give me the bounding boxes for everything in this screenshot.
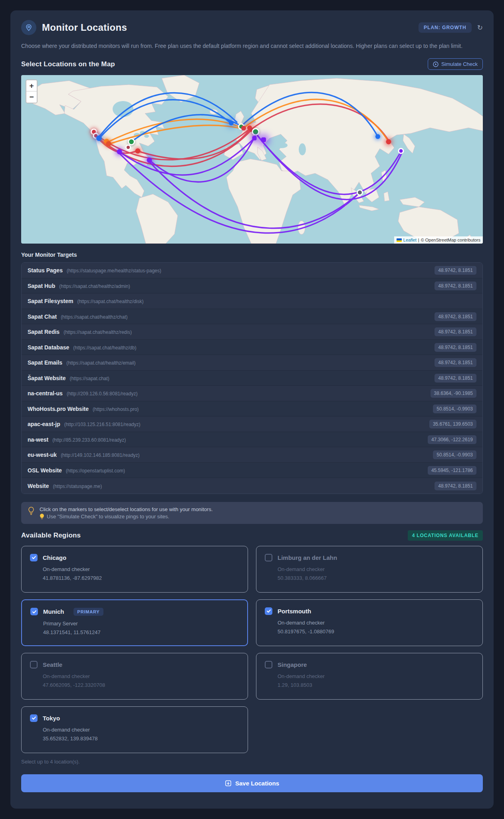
region-coords: 50.8197675, -1.0880769 bbox=[278, 629, 474, 635]
target-name: Website bbox=[28, 483, 49, 489]
target-url: (https://statuspage.me/healthz/status-pa… bbox=[67, 268, 161, 274]
world-map[interactable]: + − Leaflet | © OpenStreetMap contributo… bbox=[21, 75, 483, 244]
map-ping-arcs-layer bbox=[21, 75, 483, 244]
target-url: (https://sapat.chat/healthz/redis) bbox=[63, 329, 132, 335]
map-marker-china-blue[interactable] bbox=[375, 134, 380, 139]
region-card-tokyo[interactable]: Tokyo On-demand checker 35.652832, 139.8… bbox=[21, 706, 248, 753]
region-card-seattle[interactable]: Seattle On-demand checker 47.6062095, -1… bbox=[21, 653, 248, 700]
simulate-check-button[interactable]: Simulate Check bbox=[428, 58, 483, 70]
region-name: Portsmouth bbox=[278, 608, 311, 615]
target-name: eu-west-uk bbox=[28, 452, 57, 458]
checkbox-unchecked[interactable] bbox=[265, 554, 272, 561]
region-type: Primary Server bbox=[43, 621, 239, 627]
target-url: (https://sapat.chat/healthz/admin) bbox=[59, 284, 130, 289]
target-coords-badge: 48.9742, 8.1851 bbox=[435, 327, 476, 336]
region-type: On-demand checker bbox=[43, 673, 239, 679]
map-marker-tokyo-purple[interactable] bbox=[398, 148, 404, 154]
save-icon bbox=[225, 780, 232, 787]
region-card-chicago[interactable]: Chicago On-demand checker 41.8781136, -8… bbox=[21, 546, 248, 593]
region-card-portsmouth[interactable]: Portsmouth On-demand checker 50.8197675,… bbox=[256, 599, 483, 646]
attribution-separator: | bbox=[418, 238, 419, 242]
save-locations-label: Save Locations bbox=[235, 780, 279, 787]
plan-badge: PLAN: GROWTH bbox=[419, 22, 472, 33]
target-name: na-central-us bbox=[28, 390, 63, 397]
checkbox-unchecked[interactable] bbox=[30, 661, 38, 668]
region-name: Chicago bbox=[43, 554, 66, 561]
map-marker-uk-blue[interactable] bbox=[229, 121, 234, 125]
ukraine-flag-icon bbox=[397, 238, 402, 242]
target-coords-badge: 48.9742, 8.1851 bbox=[435, 374, 476, 383]
region-card-limburg[interactable]: Limburg an der Lahn On-demand checker 50… bbox=[256, 546, 483, 593]
region-card-munich[interactable]: Munich PRIMARY Primary Server 48.1371541… bbox=[21, 599, 248, 646]
target-coords-badge: 48.9742, 8.1851 bbox=[435, 343, 476, 352]
selection-hint: Select up to 4 location(s). bbox=[21, 759, 483, 765]
target-name: WhoHosts.pro Website bbox=[28, 406, 89, 412]
region-type: On-demand checker bbox=[43, 727, 239, 733]
checkbox-checked[interactable] bbox=[30, 714, 38, 722]
targets-heading: Your Monitor Targets bbox=[21, 252, 483, 258]
monitor-locations-panel: Monitor Locations PLAN: GROWTH ↻ Choose … bbox=[10, 10, 494, 809]
checkbox-checked[interactable] bbox=[30, 608, 38, 615]
tip-line-2: Use "Simulate Check" to visualize pings … bbox=[47, 514, 169, 520]
map-zoom-control: + − bbox=[26, 79, 38, 103]
region-coords: 41.8781136, -87.6297982 bbox=[43, 575, 239, 581]
target-url: (http://149.102.146.185:8081/readyz) bbox=[61, 452, 139, 458]
checkbox-unchecked[interactable] bbox=[265, 661, 272, 668]
target-row: WhoHosts.pro Website(https://whohosts.pr… bbox=[22, 401, 482, 417]
zoom-out-button[interactable]: − bbox=[26, 91, 37, 103]
target-name: Sapat Redis bbox=[28, 329, 60, 335]
region-type: On-demand checker bbox=[278, 620, 474, 626]
target-name: Šapat Website bbox=[28, 375, 65, 381]
target-name: apac-east-jp bbox=[28, 421, 60, 427]
region-name: Singapore bbox=[278, 661, 307, 668]
map-marker-balkan-purple[interactable] bbox=[261, 137, 266, 142]
map-marker-texas-purple[interactable] bbox=[147, 158, 152, 163]
target-coords-badge: 50.8514, -0.9903 bbox=[433, 450, 476, 459]
map-section-title: Select Locations on the Map bbox=[21, 60, 115, 68]
target-coords-badge: 48.9742, 8.1851 bbox=[435, 282, 476, 290]
map-marker-seattle-blue[interactable] bbox=[96, 135, 102, 141]
map-marker-munich-green[interactable] bbox=[252, 128, 260, 136]
target-row: eu-west-uk(http://149.102.146.185:8081/r… bbox=[22, 447, 482, 463]
target-name: Sapat Hub bbox=[28, 283, 55, 289]
map-marker-southwest-purple[interactable] bbox=[117, 149, 122, 155]
target-row: Sapat Chat(https://sapat.chat/healthz/ch… bbox=[22, 309, 482, 325]
leaflet-link[interactable]: Leaflet bbox=[403, 238, 417, 242]
checkbox-checked[interactable] bbox=[265, 607, 272, 615]
map-attribution: Leaflet | © OpenStreetMap contributors bbox=[394, 236, 483, 244]
map-marker-oregon-orange[interactable] bbox=[106, 141, 111, 147]
target-name: Status Pages bbox=[28, 267, 63, 274]
map-marker-singapore-gray[interactable] bbox=[357, 189, 363, 196]
play-circle-icon bbox=[433, 61, 439, 67]
target-url: (http://209.126.0.56:8081/readyz) bbox=[67, 391, 137, 397]
target-coords-badge: 35.6761, 139.6503 bbox=[429, 420, 476, 428]
target-name: OSL Website bbox=[28, 467, 62, 474]
map-marker-korea-red[interactable] bbox=[386, 139, 391, 145]
refresh-icon[interactable]: ↻ bbox=[477, 24, 483, 31]
tip-box: Click on the markers to select/deselect … bbox=[21, 502, 483, 524]
region-coords: 47.6062095, -122.3320708 bbox=[43, 682, 239, 688]
checkbox-checked[interactable] bbox=[30, 554, 38, 561]
target-row: Sapat Database(https://sapat.chat/health… bbox=[22, 340, 482, 355]
region-card-singapore[interactable]: Singapore On-demand checker 1.29, 103.85… bbox=[256, 653, 483, 700]
region-cards-grid: Chicago On-demand checker 41.8781136, -8… bbox=[21, 546, 483, 753]
map-marker-munich-purple[interactable] bbox=[252, 136, 257, 141]
zoom-in-button[interactable]: + bbox=[26, 80, 37, 91]
regions-heading: Available Regions bbox=[21, 531, 81, 539]
header: Monitor Locations PLAN: GROWTH ↻ bbox=[21, 20, 483, 35]
target-coords-badge: 48.9742, 8.1851 bbox=[435, 358, 476, 367]
map-marker-stlouis-red[interactable] bbox=[125, 145, 131, 150]
target-name: Sapat Chat bbox=[28, 313, 57, 320]
target-url: (http://103.125.216.51:8081/readyz) bbox=[64, 422, 141, 427]
region-name: Munich bbox=[43, 608, 64, 615]
primary-badge: PRIMARY bbox=[73, 608, 104, 616]
target-coords-badge: 48.9742, 8.1851 bbox=[435, 482, 476, 490]
page-title: Monitor Locations bbox=[42, 22, 127, 33]
osm-attribution: © OpenStreetMap contributors bbox=[421, 238, 480, 242]
target-url: (https://sapat.chat/healthz/email) bbox=[66, 360, 135, 366]
target-coords-badge: 38.6364, -90.1985 bbox=[431, 389, 476, 398]
map-marker-portsmouth-red[interactable] bbox=[241, 126, 246, 131]
target-row: Website(https://statuspage.me)48.9742, 8… bbox=[22, 478, 482, 494]
save-locations-button[interactable]: Save Locations bbox=[21, 774, 483, 792]
map-marker-gulf-red[interactable] bbox=[135, 149, 141, 154]
